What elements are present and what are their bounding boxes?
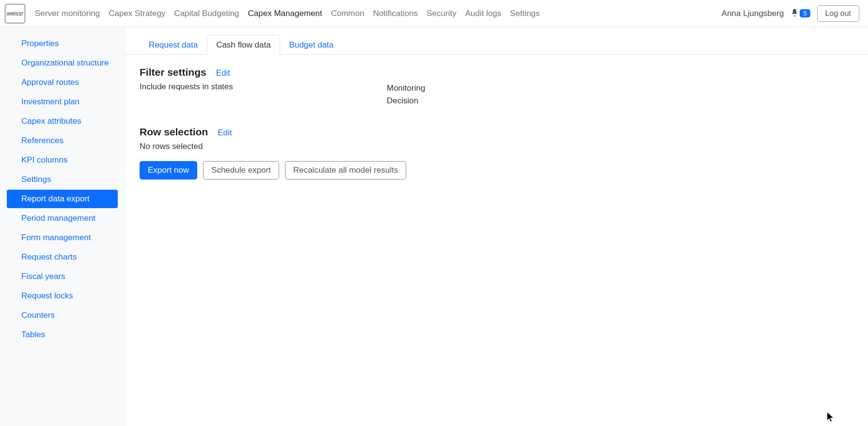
nav-capital-budgeting[interactable]: Capital Budgeting — [174, 9, 239, 18]
nav-capex-strategy[interactable]: Capex Strategy — [109, 9, 165, 18]
notifications-button[interactable]: 5 — [790, 8, 810, 18]
filter-edit-link[interactable]: Edit — [216, 68, 230, 78]
sidebar-references[interactable]: References — [7, 131, 118, 150]
sidebar-tables[interactable]: Tables — [7, 326, 118, 344]
row-selection-header: Row selection Edit — [140, 126, 853, 138]
nav-capex-management[interactable]: Capex Management — [248, 9, 322, 18]
filter-label: Include requests in states — [140, 82, 387, 107]
notification-count-badge: 5 — [800, 9, 810, 17]
main-content: Request data Cash flow data Budget data … — [125, 27, 868, 426]
top-nav: Server monitoring Capex Strategy Capital… — [35, 9, 722, 18]
logo[interactable]: weissr — [5, 4, 25, 23]
filter-values: Monitoring Decision — [387, 82, 425, 107]
tabs: Request data Cash flow data Budget data — [125, 27, 868, 55]
sidebar-org-structure[interactable]: Organizational structure — [7, 54, 118, 72]
top-header: weissr Server monitoring Capex Strategy … — [0, 0, 868, 27]
filter-value-decision: Decision — [387, 95, 425, 107]
sidebar-period-management[interactable]: Period management — [7, 209, 118, 228]
user-name: Anna Ljungsberg — [722, 9, 784, 18]
filter-settings-header: Filter settings Edit — [140, 66, 853, 78]
tab-request-data[interactable]: Request data — [140, 35, 207, 55]
sidebar-kpi-columns[interactable]: KPI columns — [7, 151, 118, 169]
header-right: Anna Ljungsberg 5 Log out — [722, 5, 863, 22]
sidebar-approval-routes[interactable]: Approval routes — [7, 73, 118, 92]
filter-row: Include requests in states Monitoring De… — [140, 82, 853, 107]
sidebar-properties[interactable]: Properties — [7, 34, 118, 53]
filter-value-monitoring: Monitoring — [387, 82, 425, 95]
row-selection-title: Row selection — [140, 126, 208, 138]
bell-icon — [790, 8, 799, 18]
sidebar: Properties Organizational structure Appr… — [0, 27, 125, 426]
row-selection-edit-link[interactable]: Edit — [218, 128, 232, 138]
sidebar-report-data-export[interactable]: Report data export — [7, 190, 118, 208]
sidebar-fiscal-years[interactable]: Fiscal years — [7, 267, 118, 286]
schedule-export-button[interactable]: Schedule export — [203, 161, 279, 180]
row-selection-text: No rows selected — [140, 142, 853, 151]
sidebar-counters[interactable]: Counters — [7, 306, 118, 325]
export-now-button[interactable]: Export now — [140, 161, 197, 180]
sidebar-request-charts[interactable]: Request charts — [7, 248, 118, 266]
sidebar-form-management[interactable]: Form management — [7, 229, 118, 247]
nav-server-monitoring[interactable]: Server monitoring — [35, 9, 100, 18]
nav-common[interactable]: Common — [331, 9, 364, 18]
nav-notifications[interactable]: Notifications — [373, 9, 418, 18]
nav-audit-logs[interactable]: Audit logs — [465, 9, 502, 18]
tab-budget-data[interactable]: Budget data — [280, 35, 343, 55]
nav-security[interactable]: Security — [426, 9, 456, 18]
button-row: Export now Schedule export Recalculate a… — [140, 161, 853, 180]
logout-button[interactable]: Log out — [817, 5, 859, 22]
sidebar-request-locks[interactable]: Request locks — [7, 287, 118, 305]
sidebar-capex-attributes[interactable]: Capex attributes — [7, 112, 118, 131]
sidebar-settings[interactable]: Settings — [7, 170, 118, 189]
nav-settings[interactable]: Settings — [510, 9, 539, 18]
sidebar-investment-plan[interactable]: Investment plan — [7, 93, 118, 111]
recalculate-button[interactable]: Recalculate all model results — [285, 161, 406, 180]
tab-cash-flow-data[interactable]: Cash flow data — [207, 35, 280, 55]
filter-settings-title: Filter settings — [140, 66, 206, 78]
